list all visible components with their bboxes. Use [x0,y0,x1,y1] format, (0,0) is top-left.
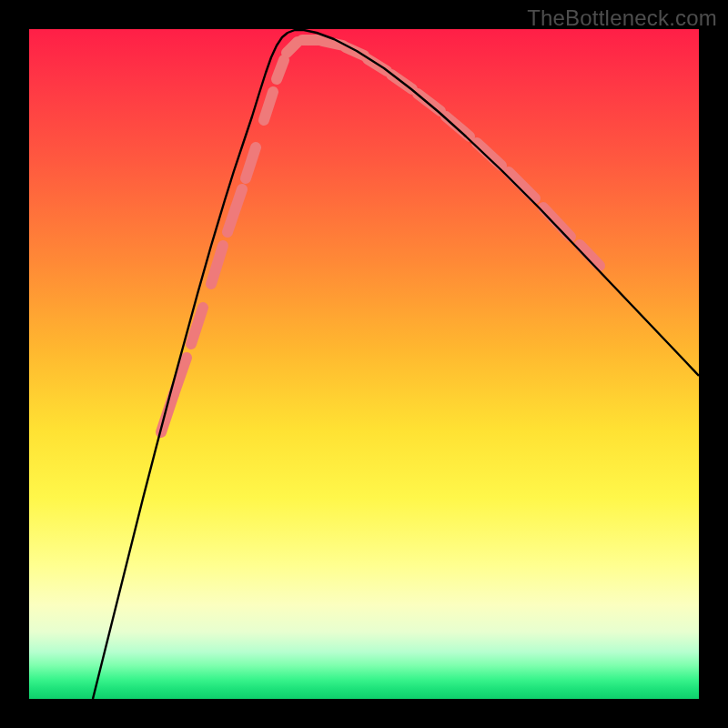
marker-dash [161,394,174,432]
marker-dash [446,116,470,136]
marker-dash [277,60,284,79]
curve-layer [29,29,699,699]
marker-dash [211,246,223,284]
chart-frame: TheBottleneck.com [0,0,728,728]
plot-area [29,29,699,699]
marker-dash [264,92,273,120]
marker-dash [509,172,535,198]
marker-dash-group [161,40,600,432]
marker-dash [580,245,600,266]
marker-dash [228,189,242,232]
marker-dash [246,147,256,178]
watermark-text: TheBottleneck.com [527,5,717,31]
marker-dash [477,143,501,166]
marker-dash [287,42,298,53]
marker-dash [543,207,571,237]
